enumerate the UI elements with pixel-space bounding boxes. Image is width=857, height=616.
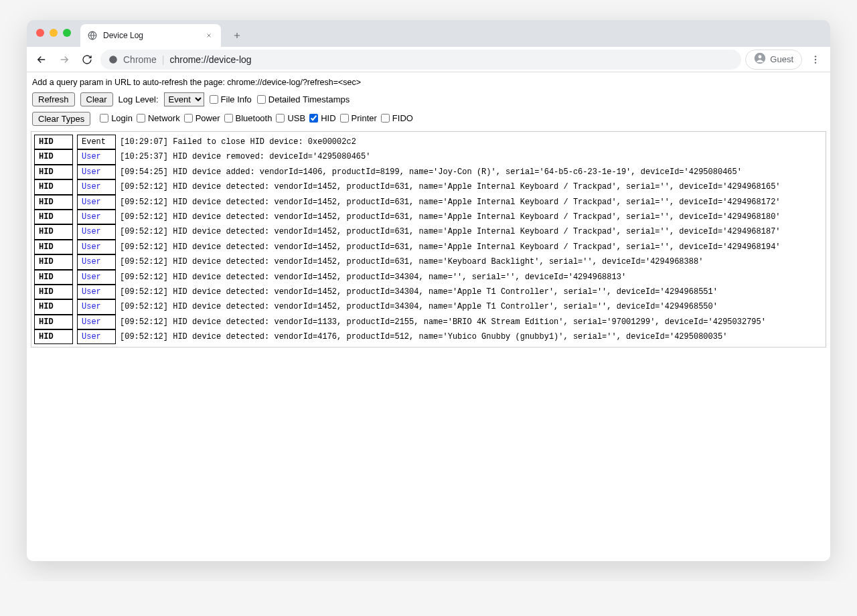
type-filter-usb[interactable]: USB — [276, 113, 305, 123]
browser-tab[interactable]: Device Log — [80, 24, 221, 47]
log-type-tag: HID — [34, 329, 73, 344]
log-row: HIDEvent[10:29:07] Failed to close HID d… — [34, 135, 823, 149]
log-level-tag: Event — [77, 135, 116, 149]
log-type-tag: HID — [34, 165, 73, 179]
log-type-tag: HID — [34, 135, 73, 149]
log-level-tag: User — [77, 195, 116, 210]
log-level-tag: User — [77, 210, 116, 224]
detailed-timestamps-checkbox[interactable]: Detailed Timestamps — [257, 94, 349, 104]
tab-strip: Device Log — [27, 20, 830, 47]
browser-window: Device Log Chrome | chrome://device-log — [27, 20, 830, 561]
log-level-tag: User — [77, 285, 116, 299]
log-type-tag: HID — [34, 285, 73, 299]
log-message: [09:52:12] HID device detected: vendorId… — [120, 240, 781, 254]
log-message: [09:52:12] HID device detected: vendorId… — [120, 210, 781, 224]
type-filter-printer[interactable]: Printer — [340, 113, 377, 123]
type-filter-login[interactable]: Login — [100, 113, 133, 123]
log-message: [09:52:12] HID device detected: vendorId… — [120, 285, 718, 299]
log-message: [09:52:12] HID device detected: vendorId… — [120, 300, 718, 313]
log-level-tag: User — [77, 315, 116, 329]
type-filter-bluetooth[interactable]: Bluetooth — [224, 113, 272, 123]
profile-chip[interactable]: Guest — [745, 50, 802, 70]
refresh-button[interactable]: Refresh — [32, 92, 75, 106]
svg-point-4 — [815, 56, 816, 57]
log-row: HIDUser[09:52:12] HID device detected: v… — [34, 240, 823, 254]
back-button[interactable] — [32, 50, 51, 69]
log-row: HIDUser[09:54:25] HID device added: vend… — [34, 165, 823, 179]
log-message: [10:29:07] Failed to close HID device: 0… — [120, 135, 356, 149]
controls-primary: Refresh Clear Log Level: Event File Info… — [31, 90, 826, 109]
log-level-tag: User — [77, 240, 116, 254]
reload-button[interactable] — [78, 50, 96, 69]
log-message: [09:52:12] HID device detected: vendorId… — [120, 196, 781, 209]
tab-title: Device Log — [103, 31, 198, 40]
log-type-tag: HID — [34, 270, 73, 285]
window-minimize-button[interactable] — [50, 29, 58, 37]
page-content: Add a query param in URL to auto-refresh… — [27, 72, 830, 561]
log-row: HIDUser[09:52:12] HID device detected: v… — [34, 254, 823, 269]
browser-toolbar: Chrome | chrome://device-log Guest — [27, 47, 830, 72]
log-type-tag: HID — [34, 149, 73, 164]
log-row: HIDUser[09:52:12] HID device detected: v… — [34, 299, 823, 314]
type-filter-fido[interactable]: FIDO — [381, 113, 413, 123]
log-type-tag: HID — [34, 210, 73, 224]
log-row: HIDUser[09:52:12] HID device detected: v… — [34, 224, 823, 239]
log-message: [09:52:12] HID device detected: vendorId… — [120, 255, 703, 268]
svg-point-5 — [815, 58, 816, 60]
window-maximize-button[interactable] — [63, 29, 71, 37]
log-row: HIDUser[09:52:12] HID device detected: v… — [34, 179, 823, 194]
log-message: [09:52:12] HID device detected: vendorId… — [120, 180, 781, 194]
log-row: HIDUser[09:52:12] HID device detected: v… — [34, 210, 823, 224]
tab-close-button[interactable] — [204, 30, 214, 41]
refresh-hint: Add a query param in URL to auto-refresh… — [31, 75, 826, 90]
clear-types-button[interactable]: Clear Types — [32, 112, 90, 126]
url-origin: Chrome — [123, 54, 157, 65]
svg-point-1 — [109, 56, 117, 64]
log-row: HIDUser[09:52:12] HID device detected: v… — [34, 285, 823, 299]
url-path: chrome://device-log — [169, 54, 251, 65]
log-message: [09:52:12] HID device detected: vendorId… — [120, 271, 626, 284]
window-controls — [36, 29, 71, 37]
type-filter-power[interactable]: Power — [184, 113, 220, 123]
log-type-tag: HID — [34, 254, 73, 269]
log-level-tag: User — [77, 165, 116, 179]
site-info-icon[interactable] — [108, 55, 118, 64]
log-level-tag: User — [77, 254, 116, 269]
log-level-tag: User — [77, 329, 116, 344]
log-row: HIDUser[09:52:12] HID device detected: v… — [34, 195, 823, 210]
log-type-tag: HID — [34, 299, 73, 314]
url-divider: | — [162, 54, 165, 65]
address-bar[interactable]: Chrome | chrome://device-log — [100, 50, 741, 70]
window-close-button[interactable] — [36, 29, 44, 37]
log-level-tag: User — [77, 299, 116, 314]
controls-types: Clear Types LoginNetworkPowerBluetoothUS… — [31, 109, 826, 129]
svg-point-3 — [759, 55, 762, 58]
type-filter-hid[interactable]: HID — [309, 113, 335, 123]
log-type-tag: HID — [34, 315, 73, 329]
log-level-select[interactable]: Event — [164, 92, 204, 106]
new-tab-button[interactable] — [228, 26, 246, 45]
log-type-tag: HID — [34, 195, 73, 210]
log-message: [10:25:37] HID device removed: deviceId=… — [120, 150, 370, 163]
log-message: [09:52:12] HID device detected: vendorId… — [120, 330, 727, 343]
log-type-tag: HID — [34, 179, 73, 194]
log-row: HIDUser[09:52:12] HID device detected: v… — [34, 270, 823, 285]
log-level-label: Log Level: — [119, 94, 159, 104]
clear-button[interactable]: Clear — [80, 92, 113, 106]
log-type-tag: HID — [34, 240, 73, 254]
globe-icon — [87, 30, 98, 41]
log-message: [09:54:25] HID device added: vendorId=14… — [120, 165, 742, 179]
kebab-menu-button[interactable] — [806, 50, 825, 69]
profile-label: Guest — [770, 54, 793, 64]
log-row: HIDUser[09:52:12] HID device detected: v… — [34, 329, 823, 344]
log-row: HIDUser[10:25:37] HID device removed: de… — [34, 149, 823, 164]
log-panel: HIDEvent[10:29:07] Failed to close HID d… — [31, 131, 826, 348]
log-row: HIDUser[09:52:12] HID device detected: v… — [34, 315, 823, 329]
forward-button[interactable] — [55, 50, 74, 69]
log-level-tag: User — [77, 149, 116, 164]
log-level-tag: User — [77, 270, 116, 285]
log-type-tag: HID — [34, 224, 73, 239]
svg-point-6 — [815, 62, 816, 63]
file-info-checkbox[interactable]: File Info — [210, 94, 252, 104]
type-filter-network[interactable]: Network — [137, 113, 180, 123]
